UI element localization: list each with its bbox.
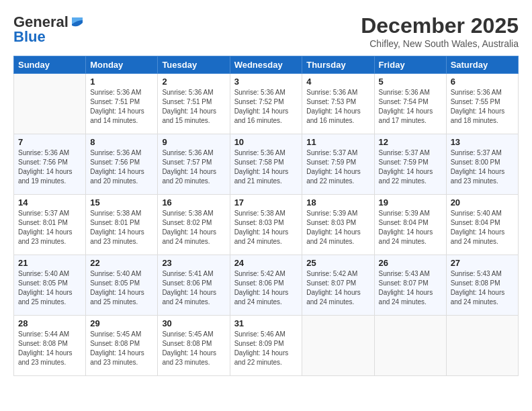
calendar-week-3: 14Sunrise: 5:37 AMSunset: 8:01 PMDayligh… (14, 195, 519, 255)
day-info: Sunrise: 5:36 AMSunset: 7:56 PMDaylight:… (90, 148, 153, 186)
table-row: 10Sunrise: 5:36 AMSunset: 7:58 PMDayligh… (230, 134, 302, 195)
sunset-time: Sunset: 7:55 PM (451, 97, 514, 107)
day-info: Sunrise: 5:43 AMSunset: 8:07 PMDaylight:… (379, 269, 442, 307)
day-info: Sunrise: 5:37 AMSunset: 7:59 PMDaylight:… (379, 148, 442, 186)
day-number: 19 (379, 197, 442, 208)
table-row (374, 316, 446, 376)
table-row: 7Sunrise: 5:36 AMSunset: 7:56 PMDaylight… (14, 134, 86, 195)
daylight-hours: Daylight: 14 hours and 24 minutes. (451, 288, 514, 307)
page-header: General Blue December 2025 Chifley, New … (13, 13, 519, 49)
header-friday: Friday (374, 56, 446, 74)
logo-icon (69, 15, 84, 30)
day-number: 29 (90, 318, 153, 328)
sunrise-time: Sunrise: 5:45 AM (162, 330, 225, 339)
sunrise-time: Sunrise: 5:40 AM (451, 209, 514, 218)
sunset-time: Sunset: 8:06 PM (162, 279, 225, 288)
daylight-hours: Daylight: 14 hours and 24 minutes. (234, 228, 298, 246)
logo: General Blue (13, 13, 85, 46)
daylight-hours: Daylight: 14 hours and 17 minutes. (379, 107, 442, 126)
month-title: December 2025 (361, 13, 519, 38)
sunset-time: Sunset: 7:59 PM (379, 158, 442, 167)
day-number: 16 (162, 197, 225, 208)
logo-blue: Blue (13, 28, 46, 46)
calendar-header-row: Sunday Monday Tuesday Wednesday Thursday… (14, 56, 519, 74)
sunset-time: Sunset: 8:04 PM (379, 218, 442, 228)
table-row (446, 316, 518, 376)
daylight-hours: Daylight: 14 hours and 25 minutes. (90, 288, 153, 307)
sunset-time: Sunset: 7:51 PM (90, 97, 153, 107)
sunset-time: Sunset: 7:57 PM (162, 158, 225, 167)
sunrise-time: Sunrise: 5:37 AM (306, 148, 369, 158)
table-row: 23Sunrise: 5:41 AMSunset: 8:06 PMDayligh… (158, 255, 230, 316)
daylight-hours: Daylight: 14 hours and 15 minutes. (162, 107, 225, 126)
day-number: 23 (162, 258, 225, 268)
day-number: 21 (18, 258, 81, 268)
daylight-hours: Daylight: 14 hours and 23 minutes. (18, 228, 81, 246)
table-row: 8Sunrise: 5:36 AMSunset: 7:56 PMDaylight… (86, 134, 158, 195)
sunrise-time: Sunrise: 5:36 AM (234, 148, 298, 158)
header-thursday: Thursday (302, 56, 374, 74)
table-row: 24Sunrise: 5:42 AMSunset: 8:06 PMDayligh… (230, 255, 302, 316)
day-info: Sunrise: 5:37 AMSunset: 7:59 PMDaylight:… (306, 148, 369, 186)
day-info: Sunrise: 5:38 AMSunset: 8:02 PMDaylight:… (162, 209, 225, 246)
day-number: 25 (306, 258, 369, 268)
day-info: Sunrise: 5:43 AMSunset: 8:08 PMDaylight:… (451, 269, 514, 307)
table-row: 6Sunrise: 5:36 AMSunset: 7:55 PMDaylight… (446, 74, 518, 134)
daylight-hours: Daylight: 14 hours and 22 minutes. (234, 349, 298, 367)
day-number: 10 (234, 137, 298, 147)
table-row: 9Sunrise: 5:36 AMSunset: 7:57 PMDaylight… (158, 134, 230, 195)
sunrise-time: Sunrise: 5:39 AM (306, 209, 369, 218)
sunset-time: Sunset: 8:06 PM (234, 279, 298, 288)
sunset-time: Sunset: 8:08 PM (90, 339, 153, 349)
table-row: 26Sunrise: 5:43 AMSunset: 8:07 PMDayligh… (374, 255, 446, 316)
daylight-hours: Daylight: 14 hours and 23 minutes. (90, 228, 153, 246)
daylight-hours: Daylight: 14 hours and 14 minutes. (90, 107, 153, 126)
sunset-time: Sunset: 7:53 PM (306, 97, 369, 107)
day-info: Sunrise: 5:40 AMSunset: 8:05 PMDaylight:… (90, 269, 153, 307)
daylight-hours: Daylight: 14 hours and 24 minutes. (379, 288, 442, 307)
day-number: 27 (451, 258, 514, 268)
sunset-time: Sunset: 7:56 PM (90, 158, 153, 167)
table-row: 1Sunrise: 5:36 AMSunset: 7:51 PMDaylight… (86, 74, 158, 134)
day-number: 28 (18, 318, 81, 328)
table-row: 14Sunrise: 5:37 AMSunset: 8:01 PMDayligh… (14, 195, 86, 255)
header-sunday: Sunday (14, 56, 86, 74)
sunrise-time: Sunrise: 5:36 AM (306, 88, 369, 97)
daylight-hours: Daylight: 14 hours and 23 minutes. (90, 349, 153, 367)
day-number: 13 (451, 137, 514, 147)
day-info: Sunrise: 5:39 AMSunset: 8:03 PMDaylight:… (306, 209, 369, 246)
header-wednesday: Wednesday (230, 56, 302, 74)
sunset-time: Sunset: 8:01 PM (90, 218, 153, 228)
day-number: 22 (90, 258, 153, 268)
table-row: 28Sunrise: 5:44 AMSunset: 8:08 PMDayligh… (14, 316, 86, 376)
calendar-table: Sunday Monday Tuesday Wednesday Thursday… (13, 56, 519, 376)
sunrise-time: Sunrise: 5:41 AM (162, 269, 225, 279)
sunset-time: Sunset: 8:08 PM (451, 279, 514, 288)
day-info: Sunrise: 5:36 AMSunset: 7:55 PMDaylight:… (451, 88, 514, 126)
sunrise-time: Sunrise: 5:45 AM (90, 330, 153, 339)
sunset-time: Sunset: 7:54 PM (379, 97, 442, 107)
calendar-week-1: 1Sunrise: 5:36 AMSunset: 7:51 PMDaylight… (14, 74, 519, 134)
day-info: Sunrise: 5:42 AMSunset: 8:07 PMDaylight:… (306, 269, 369, 307)
day-number: 18 (306, 197, 369, 208)
day-info: Sunrise: 5:46 AMSunset: 8:09 PMDaylight:… (234, 330, 298, 367)
sunset-time: Sunset: 7:56 PM (18, 158, 81, 167)
day-number: 2 (162, 77, 225, 87)
table-row: 3Sunrise: 5:36 AMSunset: 7:52 PMDaylight… (230, 74, 302, 134)
sunset-time: Sunset: 8:00 PM (451, 158, 514, 167)
table-row: 13Sunrise: 5:37 AMSunset: 8:00 PMDayligh… (446, 134, 518, 195)
day-info: Sunrise: 5:36 AMSunset: 7:56 PMDaylight:… (18, 148, 81, 186)
calendar-week-5: 28Sunrise: 5:44 AMSunset: 8:08 PMDayligh… (14, 316, 519, 376)
sunrise-time: Sunrise: 5:43 AM (379, 269, 442, 279)
daylight-hours: Daylight: 14 hours and 16 minutes. (234, 107, 298, 126)
calendar-week-2: 7Sunrise: 5:36 AMSunset: 7:56 PMDaylight… (14, 134, 519, 195)
table-row: 21Sunrise: 5:40 AMSunset: 8:05 PMDayligh… (14, 255, 86, 316)
sunrise-time: Sunrise: 5:36 AM (451, 88, 514, 97)
daylight-hours: Daylight: 14 hours and 22 minutes. (379, 167, 442, 186)
sunrise-time: Sunrise: 5:40 AM (90, 269, 153, 279)
daylight-hours: Daylight: 14 hours and 20 minutes. (90, 167, 153, 186)
day-number: 12 (379, 137, 442, 147)
sunrise-time: Sunrise: 5:42 AM (234, 269, 298, 279)
sunrise-time: Sunrise: 5:36 AM (234, 88, 298, 97)
sunset-time: Sunset: 8:07 PM (306, 279, 369, 288)
